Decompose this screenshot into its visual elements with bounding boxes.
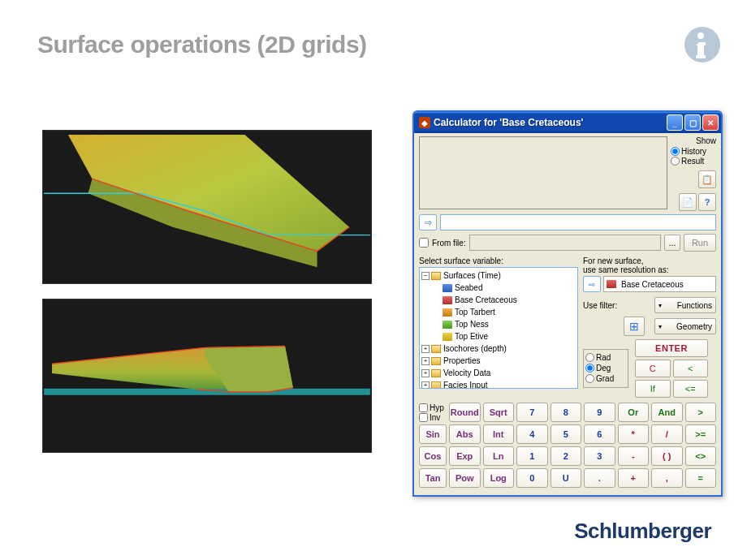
- calc-btn-sin[interactable]: Sin: [419, 424, 447, 444]
- calc-btn-plus[interactable]: +: [618, 468, 650, 488]
- calc-btn-7[interactable]: 7: [516, 403, 548, 422]
- calc-btn-mul[interactable]: *: [618, 424, 650, 444]
- enter-button[interactable]: ENTER: [635, 339, 708, 357]
- calc-btn-ne[interactable]: <>: [685, 446, 717, 466]
- radio-deg[interactable]: [585, 364, 594, 373]
- angle-mode-group: Rad Deg Grad: [583, 349, 628, 388]
- back-button[interactable]: <: [673, 360, 709, 377]
- radio-history[interactable]: [671, 147, 680, 156]
- surface-icon: [443, 333, 452, 341]
- calc-btn-int[interactable]: Int: [483, 424, 515, 444]
- clear-button[interactable]: C: [635, 360, 671, 377]
- calculator-keypad: Hyp Inv Round Sqrt 7 8 9 Or And > Sin Ab…: [419, 403, 716, 488]
- calc-btn-comma[interactable]: ,: [651, 468, 683, 488]
- surface-icon: [443, 321, 452, 329]
- run-button[interactable]: Run: [684, 234, 716, 252]
- newsurf-field[interactable]: Base Cretaceous: [603, 276, 716, 292]
- close-button[interactable]: ✕: [702, 114, 719, 131]
- help-button[interactable]: ?: [698, 193, 716, 211]
- tool-btn-2[interactable]: 📄: [679, 193, 697, 211]
- calc-btn-minus[interactable]: -: [618, 446, 650, 466]
- expand-icon[interactable]: +: [421, 381, 430, 390]
- surface-icon: [607, 280, 616, 288]
- calc-btn-cos[interactable]: Cos: [419, 446, 447, 466]
- folder-icon: [431, 369, 441, 377]
- radio-history-label: History: [681, 147, 706, 156]
- calc-btn-9[interactable]: 9: [584, 403, 615, 422]
- radio-rad[interactable]: [585, 353, 594, 362]
- calc-btn-ge[interactable]: >=: [685, 424, 717, 444]
- calc-btn-4[interactable]: 4: [516, 424, 548, 444]
- inv-checkbox[interactable]: [419, 413, 428, 422]
- radio-grad[interactable]: [585, 374, 594, 383]
- calc-btn-0[interactable]: 0: [516, 468, 548, 488]
- history-area: [419, 136, 667, 209]
- slide-title: Surface operations (2D grids): [37, 31, 367, 58]
- expression-input[interactable]: [440, 214, 716, 230]
- tree-item[interactable]: Base Cretaceous: [455, 295, 517, 304]
- le-button[interactable]: <=: [673, 380, 709, 398]
- calc-btn-or[interactable]: Or: [618, 403, 650, 422]
- calc-btn-pow[interactable]: Pow: [449, 468, 481, 488]
- calc-btn-ln[interactable]: Ln: [483, 446, 515, 466]
- folder-icon: [431, 381, 441, 390]
- tree-item[interactable]: Top Etive: [455, 332, 488, 341]
- calc-btn-log[interactable]: Log: [483, 468, 515, 488]
- calc-btn-3[interactable]: 3: [584, 446, 615, 466]
- tree-folder[interactable]: Properties: [443, 356, 481, 365]
- calc-btn-and[interactable]: And: [651, 403, 683, 422]
- calc-btn-exp[interactable]: Exp: [449, 446, 481, 466]
- select-variable-label: Select surface variable:: [419, 256, 578, 265]
- calc-btn-tan[interactable]: Tan: [419, 468, 447, 488]
- expand-icon[interactable]: +: [421, 345, 430, 353]
- calc-btn-gt[interactable]: >: [685, 403, 717, 422]
- tree-folder[interactable]: Facies Input: [443, 381, 487, 389]
- tree-root[interactable]: Surfaces (Time): [443, 271, 501, 280]
- expand-icon[interactable]: +: [421, 357, 430, 365]
- calc-btn-eq[interactable]: =: [685, 468, 717, 488]
- viewport-3d-top: [42, 130, 372, 284]
- collapse-icon[interactable]: −: [421, 272, 430, 280]
- tool-btn-1[interactable]: 📋: [698, 170, 716, 188]
- tree-folder[interactable]: Isochores (depth): [443, 344, 507, 353]
- calc-btn-8[interactable]: 8: [551, 403, 582, 422]
- brand-logo: Schlumberger: [574, 519, 711, 544]
- tree-folder[interactable]: Velocity Data: [443, 368, 490, 377]
- fromfile-field[interactable]: [469, 235, 661, 251]
- surface-icon: [443, 296, 452, 304]
- tree-item[interactable]: Top Tarbert: [455, 308, 495, 317]
- calc-btn-div[interactable]: /: [651, 424, 683, 444]
- expr-apply-button[interactable]: ⇨: [419, 214, 437, 230]
- minimize-button[interactable]: _: [667, 114, 683, 131]
- hyp-checkbox[interactable]: [419, 403, 428, 412]
- calc-btn-dot[interactable]: .: [584, 468, 615, 488]
- fromfile-label: From file:: [432, 239, 466, 248]
- newsurf-apply-button[interactable]: ⇨: [583, 276, 601, 292]
- geometry-dropdown[interactable]: ▾Geometry: [654, 318, 716, 334]
- calc-btn-1[interactable]: 1: [516, 446, 548, 466]
- viewport-3d-bottom: [42, 299, 372, 453]
- tree-item[interactable]: Seabed: [455, 283, 482, 292]
- browse-button[interactable]: ...: [664, 235, 680, 251]
- titlebar[interactable]: ◆ Calculator for 'Base Cretaceous' _ ▢ ✕: [414, 112, 721, 133]
- calc-btn-2[interactable]: 2: [551, 446, 582, 466]
- functions-dropdown[interactable]: ▾Functions: [654, 297, 716, 313]
- maximize-button[interactable]: ▢: [684, 114, 701, 131]
- calc-btn-5[interactable]: 5: [551, 424, 582, 444]
- filter-button[interactable]: ⊞: [624, 317, 645, 336]
- calc-btn-u[interactable]: U: [551, 468, 582, 488]
- fromfile-checkbox[interactable]: [419, 238, 429, 248]
- app-icon: ◆: [419, 117, 430, 128]
- calc-btn-round[interactable]: Round: [449, 403, 481, 422]
- calc-btn-abs[interactable]: Abs: [449, 424, 481, 444]
- expand-icon[interactable]: +: [421, 369, 430, 377]
- calculator-window: ◆ Calculator for 'Base Cretaceous' _ ▢ ✕…: [412, 110, 723, 497]
- calc-btn-6[interactable]: 6: [584, 424, 615, 444]
- if-button[interactable]: If: [635, 380, 671, 398]
- variable-tree[interactable]: −Surfaces (Time) Seabed Base Cretaceous …: [419, 267, 578, 389]
- tree-item[interactable]: Top Ness: [455, 320, 489, 329]
- window-title: Calculator for 'Base Cretaceous': [434, 117, 667, 128]
- calc-btn-paren[interactable]: ( ): [651, 446, 683, 466]
- calc-btn-sqrt[interactable]: Sqrt: [483, 403, 515, 422]
- radio-result[interactable]: [671, 157, 680, 166]
